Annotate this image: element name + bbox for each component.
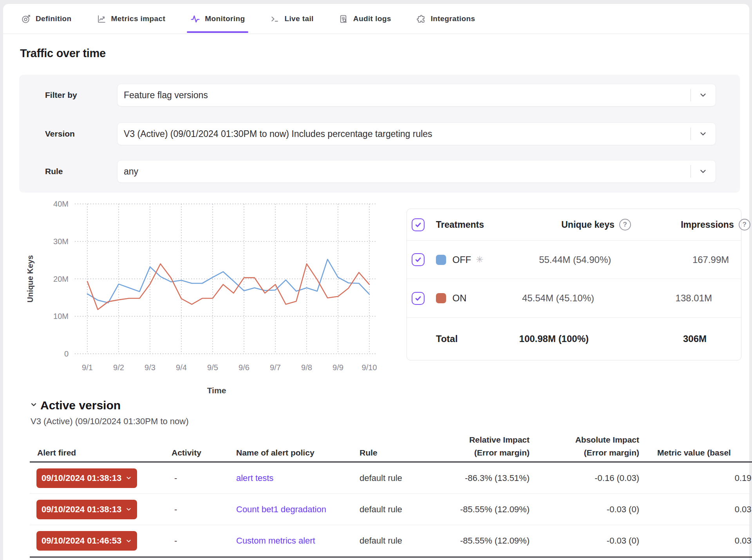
tab-metrics-impact[interactable]: Metrics impact (93, 4, 169, 34)
monitoring-pulse-icon (190, 14, 200, 24)
alert-row: 09/10/2024 01:38:13 - Count bet1 degrada… (30, 494, 752, 525)
version-label: Version (45, 122, 75, 145)
version-select[interactable]: V3 (Active) (09/01/2024 01:30PM to now) … (117, 122, 716, 145)
audit-document-icon (339, 14, 349, 24)
metric-value-header: Metric value (basel (657, 446, 731, 459)
on-color-swatch (436, 293, 446, 303)
tab-monitoring[interactable]: Monitoring (187, 4, 248, 34)
metric-value-cell: 0.03 ( (735, 525, 752, 556)
collapse-chevron-icon[interactable] (30, 401, 38, 409)
rule-cell: default rule (360, 463, 402, 493)
treatments-header-row: Treatments Unique keys? Impressions? (407, 209, 741, 241)
alerts-header-row: Alert fired Activity Name of alert polic… (30, 432, 752, 461)
svg-text:9/6: 9/6 (239, 363, 249, 372)
tab-audit-logs[interactable]: Audit logs (335, 4, 395, 34)
svg-text:0: 0 (64, 349, 69, 358)
traffic-over-time-title: Traffic over time (20, 47, 106, 60)
version-value: V3 (Active) (09/01/2024 01:30PM to now) … (124, 123, 684, 145)
rule-cell: default rule (360, 494, 402, 525)
svg-text:10M: 10M (53, 312, 69, 321)
absolute-impact-header: Absolute Impact(Error margin) (575, 433, 639, 459)
rule-header: Rule (360, 446, 378, 459)
tab-definition[interactable]: Definition (18, 4, 75, 34)
absolute-impact-cell: -0.03 (0) (607, 525, 639, 556)
filter-panel: Filter by Feature flag versions Version … (19, 75, 740, 193)
tab-label: Definition (36, 14, 72, 23)
activity-header: Activity (172, 446, 201, 459)
filter-by-select[interactable]: Feature flag versions (117, 84, 716, 106)
chevron-down-icon (691, 123, 716, 145)
treatments-total-row: Total 100.98M (100%) 306M (407, 318, 741, 360)
active-version-subtitle: V3 (Active) (09/10/2024 01:30PM to now) (31, 416, 189, 427)
absolute-impact-cell: -0.03 (0) (607, 494, 639, 525)
off-checkbox[interactable] (412, 253, 425, 266)
rule-select[interactable]: any (117, 160, 716, 183)
svg-text:30M: 30M (53, 237, 69, 246)
total-impressions: 306M (608, 333, 741, 344)
svg-text:9/3: 9/3 (145, 363, 155, 372)
tab-label: Monitoring (205, 14, 245, 23)
activity-cell: - (174, 494, 177, 525)
traffic-chart: 010M20M30M40M9/19/29/39/49/59/69/79/89/9… (3, 194, 397, 401)
svg-text:9/1: 9/1 (82, 363, 93, 372)
policy-name-header: Name of alert policy (236, 446, 315, 459)
treatments-column-header: Treatments (436, 220, 484, 230)
svg-text:9/2: 9/2 (113, 363, 124, 372)
tab-label: Metrics impact (111, 14, 166, 23)
on-unique-keys: 45.54M (45.10%) (466, 293, 613, 304)
svg-text:Unique Keys: Unique Keys (26, 255, 34, 303)
tab-bar: Definition Metrics impact Monitoring Liv… (3, 4, 749, 34)
puzzle-icon (416, 14, 426, 24)
svg-text:9/9: 9/9 (333, 363, 343, 372)
svg-text:20M: 20M (53, 275, 69, 283)
alert-row: 09/10/2024 01:38:13 - alert tests defaul… (30, 463, 752, 494)
relative-impact-cell: -85.55% (12.09%) (460, 525, 530, 556)
treatment-row-on: ON 45.54M (45.10%) 138.01M (407, 279, 741, 318)
select-all-checkbox[interactable] (412, 218, 425, 231)
main-card: Definition Metrics impact Monitoring Liv… (3, 4, 749, 560)
alert-fired-header: Alert fired (37, 446, 76, 459)
on-checkbox[interactable] (412, 292, 425, 305)
alert-policy-link[interactable]: alert tests (236, 473, 273, 483)
alert-policy-link[interactable]: Custom metrics alert (236, 536, 315, 546)
terminal-icon (270, 14, 280, 24)
on-impressions: 138.01M (613, 293, 747, 304)
rule-value: any (124, 160, 684, 182)
alert-policy-link[interactable]: Count bet1 degradation (236, 504, 326, 515)
off-color-swatch (436, 255, 446, 265)
svg-text:9/7: 9/7 (270, 363, 281, 372)
off-unique-keys: 55.44M (54.90%) (483, 254, 630, 265)
treatment-row-off: OFF✳ 55.44M (54.90%) 167.99M (407, 241, 741, 279)
chevron-down-icon (691, 84, 716, 106)
alert-fired-badge[interactable]: 09/10/2024 01:38:13 (36, 468, 137, 488)
svg-text:9/10: 9/10 (362, 363, 377, 372)
chevron-down-icon (125, 506, 132, 513)
tab-live-tail[interactable]: Live tail (266, 4, 317, 34)
filter-row: Filter by Feature flag versions (19, 84, 740, 106)
frozen-asterisk-icon: ✳ (476, 254, 483, 265)
alert-fired-badge[interactable]: 09/10/2024 01:38:13 (36, 500, 137, 519)
chevron-down-icon (691, 160, 716, 182)
metrics-chart-icon (97, 14, 107, 24)
chevron-down-icon (125, 538, 132, 544)
tab-integrations[interactable]: Integrations (413, 4, 479, 34)
on-series-line (87, 264, 369, 310)
help-icon[interactable]: ? (739, 219, 750, 230)
filter-row: Rule any (19, 160, 740, 183)
alert-fired-badge[interactable]: 09/10/2024 01:46:53 (36, 531, 137, 551)
filter-by-label: Filter by (45, 84, 77, 106)
svg-text:9/5: 9/5 (207, 363, 218, 372)
relative-impact-cell: -86.3% (13.51%) (465, 463, 530, 493)
relative-impact-header: Relative Impact(Error margin) (469, 433, 530, 459)
filter-row: Version V3 (Active) (09/01/2024 01:30PM … (19, 122, 740, 145)
rule-cell: default rule (360, 525, 402, 556)
absolute-impact-cell: -0.16 (0.03) (595, 463, 639, 493)
activity-cell: - (174, 463, 177, 493)
off-impressions: 167.99M (630, 254, 752, 265)
chevron-down-icon (125, 475, 132, 481)
impressions-column-header: Impressions (681, 220, 734, 230)
help-icon[interactable]: ? (619, 219, 631, 230)
alerts-table: Alert fired Activity Name of alert polic… (30, 432, 752, 558)
svg-text:9/8: 9/8 (301, 363, 312, 372)
relative-impact-cell: -85.55% (12.09%) (460, 494, 530, 525)
